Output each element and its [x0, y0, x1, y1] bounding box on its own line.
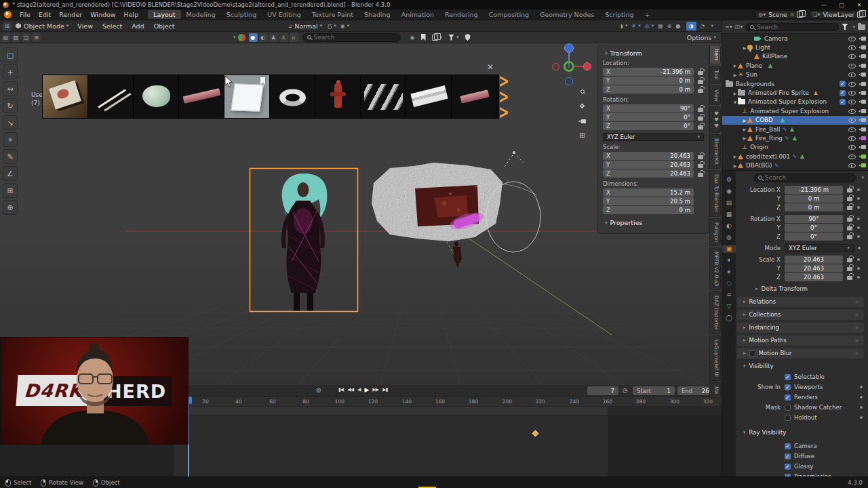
- selectable-checkbox[interactable]: [785, 374, 791, 380]
- camera-view-icon[interactable]: [576, 115, 588, 127]
- asset-thumb-pink-plank[interactable]: [179, 75, 224, 118]
- workspace-tab-uv-editing[interactable]: UV Editing: [262, 10, 307, 19]
- play-button[interactable]: ▶: [362, 386, 370, 393]
- filter-toggle-world-icon[interactable]: ⌂: [290, 33, 298, 42]
- object-data-tab-icon[interactable]: ▽: [722, 303, 736, 310]
- scale-x-field[interactable]: 20.463: [785, 256, 843, 264]
- lock-icon[interactable]: [847, 197, 852, 201]
- properties-search-field[interactable]: [753, 174, 856, 182]
- rotation-mode-dropdown[interactable]: XYZ Euler▾: [785, 244, 854, 252]
- lock-icon[interactable]: [698, 164, 703, 168]
- rotation-x-field[interactable]: 90°: [785, 215, 843, 223]
- disable-render-icon[interactable]: [859, 108, 866, 114]
- outliner-row-plane[interactable]: ▶Plane: [722, 61, 868, 70]
- tab-item[interactable]: Item: [709, 45, 721, 64]
- rotation-z-field[interactable]: Z0°: [603, 122, 694, 130]
- output-tab-icon[interactable]: ▤: [722, 199, 736, 207]
- mode-selector[interactable]: Object Mode ▾: [14, 22, 68, 30]
- shading-rendered-icon[interactable]: ◔: [701, 23, 705, 29]
- outliner-row-fire-ball[interactable]: ▶Fire_Ball∿: [722, 125, 868, 134]
- outliner-row-backgrounds[interactable]: Backgrounds: [722, 79, 868, 88]
- outliner-row-animated-fire-sprite[interactable]: ▶Animated Fire Sprite: [722, 88, 868, 97]
- hide-viewport-icon[interactable]: [848, 117, 856, 123]
- animate-dot-icon[interactable]: [858, 247, 861, 249]
- blender-menu-icon[interactable]: [4, 11, 12, 18]
- asset-thumb-chopsticks[interactable]: [88, 75, 134, 118]
- tab-hearts[interactable]: ♥♥♥: [709, 106, 721, 133]
- ray-diffuse-checkbox[interactable]: [785, 453, 791, 460]
- hide-viewport-icon[interactable]: [848, 45, 856, 51]
- lock-icon[interactable]: [847, 258, 852, 262]
- lock-icon[interactable]: [698, 173, 703, 177]
- hide-viewport-icon[interactable]: [848, 90, 856, 96]
- world-tab-icon[interactable]: ◍: [722, 234, 736, 241]
- workspace-tab-shading[interactable]: Shading: [359, 10, 396, 19]
- renders-checkbox[interactable]: [785, 394, 791, 401]
- workspace-tab-modeling[interactable]: Modeling: [181, 10, 221, 19]
- shading-material-icon[interactable]: ◑: [686, 22, 696, 30]
- snap-toggle[interactable]: Ω ▾: [328, 23, 336, 29]
- tab-mpfb[interactable]: MPFB v2.0-a3: [709, 247, 721, 290]
- asset-thumb-soap-stone[interactable]: [134, 75, 179, 118]
- expand-icon[interactable]: ▶: [732, 73, 738, 77]
- expand-icon[interactable]: ▶: [732, 91, 738, 96]
- filter-dropdown[interactable]: ▾: [448, 35, 459, 41]
- disable-render-icon[interactable]: [859, 117, 866, 123]
- extra-tool-icon[interactable]: ⊕: [3, 200, 18, 215]
- cursor-tool-icon[interactable]: +: [3, 64, 18, 79]
- lock-icon[interactable]: [847, 206, 852, 210]
- lock-icon[interactable]: [698, 117, 703, 121]
- menu-window[interactable]: Window: [86, 11, 119, 18]
- disable-render-icon[interactable]: [859, 154, 866, 159]
- lock-icon[interactable]: [847, 226, 852, 230]
- location-x-field[interactable]: -21.396 m: [785, 186, 843, 194]
- particles-tab-icon[interactable]: ∗: [722, 268, 736, 276]
- collection-checkbox[interactable]: [840, 99, 846, 105]
- workspace-tab-rendering[interactable]: Rendering: [439, 10, 484, 19]
- filter-toggle-material-icon[interactable]: ◐: [259, 33, 268, 42]
- expand-icon[interactable]: ▶: [742, 127, 747, 131]
- funnel-icon[interactable]: [842, 24, 848, 30]
- axis-y-handle[interactable]: [564, 61, 574, 72]
- modifiers-tab-icon[interactable]: ✦: [722, 257, 736, 264]
- object-visibility-dropdown[interactable]: ◗▾: [620, 23, 628, 29]
- shield-icon[interactable]: [465, 34, 471, 41]
- animate-dot-icon[interactable]: [860, 406, 863, 409]
- navigation-gizmo[interactable]: ✥ ⊞: [551, 42, 594, 144]
- expand-icon[interactable]: ▶: [742, 136, 747, 140]
- outliner-row-sun[interactable]: ▶☀Sun: [722, 70, 868, 79]
- scene-selector[interactable]: ◍▾ Scene ⊙: [755, 10, 806, 19]
- expand-icon[interactable]: ▶: [732, 163, 738, 168]
- bookmark-icon[interactable]: [421, 34, 426, 41]
- collection-checkbox[interactable]: [840, 90, 846, 96]
- material-preview-icon[interactable]: ◉: [410, 35, 415, 41]
- asset-thumb-white-ring[interactable]: [270, 75, 315, 118]
- tab-tool[interactable]: Tool: [709, 66, 721, 84]
- holdout-checkbox[interactable]: [785, 415, 791, 421]
- pan-viewport-hand-icon[interactable]: ✥: [576, 100, 588, 112]
- chevron-down-icon[interactable]: ▾: [605, 220, 608, 226]
- axis-x-handle[interactable]: [583, 62, 591, 70]
- rotation-y-field[interactable]: Y0°: [603, 113, 694, 121]
- lock-icon[interactable]: [847, 188, 852, 192]
- hide-viewport-icon[interactable]: [848, 163, 856, 169]
- annotate-tool-icon[interactable]: ✎: [3, 149, 18, 164]
- section-delta-transform[interactable]: ▸Delta Transform: [749, 284, 864, 294]
- hide-viewport-icon[interactable]: [848, 135, 856, 141]
- viewports-checkbox[interactable]: [785, 384, 791, 390]
- filter-toggle-all-icon[interactable]: ●: [249, 33, 258, 42]
- lock-icon[interactable]: [698, 108, 703, 112]
- select-box-tool-icon[interactable]: ▢: [3, 47, 18, 62]
- animate-dot-icon[interactable]: [857, 188, 860, 191]
- shadow-catcher-checkbox[interactable]: [785, 405, 791, 411]
- outliner-row-cobd-text-001[interactable]: ▶cobd(text).001∿: [722, 152, 868, 161]
- lock-icon[interactable]: [847, 276, 852, 280]
- hide-viewport-icon[interactable]: [848, 72, 856, 78]
- tab-daz-to-blender[interactable]: Daz To Blender: [709, 170, 721, 216]
- asset-shelf-close-button[interactable]: ✕: [484, 61, 496, 73]
- workspace-tab-animation[interactable]: Animation: [396, 10, 439, 19]
- active-tool-icon[interactable]: [238, 34, 245, 41]
- scale-tool-icon[interactable]: ↘: [3, 115, 18, 130]
- chevron-down-icon[interactable]: ▾: [861, 175, 864, 180]
- add-cube-tool-icon[interactable]: ⊞: [3, 183, 18, 198]
